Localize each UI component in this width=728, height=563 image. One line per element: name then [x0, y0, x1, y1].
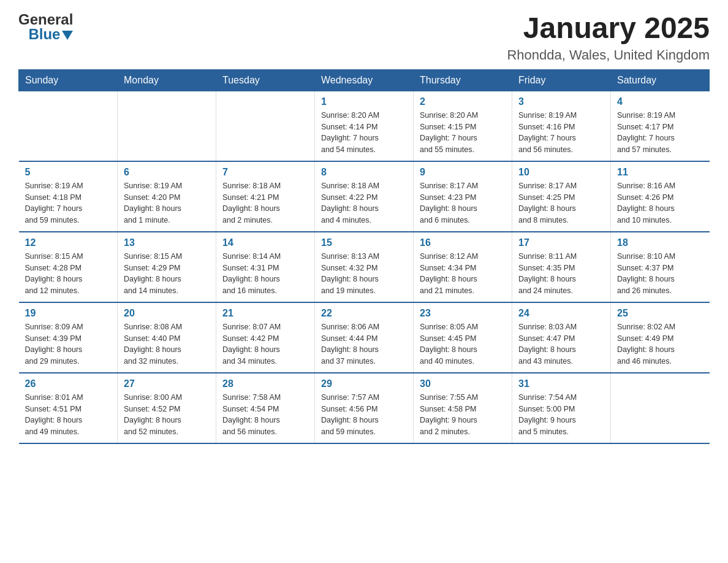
week-row-3: 12Sunrise: 8:15 AM Sunset: 4:28 PM Dayli… — [19, 232, 710, 302]
day-info: Sunrise: 8:18 AM Sunset: 4:22 PM Dayligh… — [321, 180, 407, 226]
day-info: Sunrise: 8:01 AM Sunset: 4:51 PM Dayligh… — [25, 392, 112, 438]
day-info: Sunrise: 8:20 AM Sunset: 4:15 PM Dayligh… — [420, 110, 506, 156]
day-number: 26 — [25, 378, 112, 389]
day-number: 27 — [124, 378, 210, 389]
day-number: 8 — [321, 167, 407, 178]
day-number: 30 — [420, 378, 506, 389]
day-cell: 4Sunrise: 8:19 AM Sunset: 4:17 PM Daylig… — [611, 91, 710, 161]
day-number: 16 — [420, 237, 506, 248]
day-info: Sunrise: 8:09 AM Sunset: 4:39 PM Dayligh… — [25, 321, 112, 367]
day-cell: 28Sunrise: 7:58 AM Sunset: 4:54 PM Dayli… — [216, 373, 315, 443]
day-number: 19 — [25, 308, 112, 319]
day-cell: 15Sunrise: 8:13 AM Sunset: 4:32 PM Dayli… — [315, 232, 414, 302]
day-cell: 7Sunrise: 8:18 AM Sunset: 4:21 PM Daylig… — [216, 161, 315, 232]
day-cell: 21Sunrise: 8:07 AM Sunset: 4:42 PM Dayli… — [216, 302, 315, 373]
day-info: Sunrise: 8:07 AM Sunset: 4:42 PM Dayligh… — [222, 321, 308, 367]
day-number: 23 — [420, 308, 506, 319]
day-cell: 29Sunrise: 7:57 AM Sunset: 4:56 PM Dayli… — [315, 373, 414, 443]
day-cell — [19, 91, 118, 161]
day-number: 4 — [617, 96, 703, 107]
day-info: Sunrise: 8:12 AM Sunset: 4:34 PM Dayligh… — [420, 251, 506, 297]
day-number: 22 — [321, 308, 407, 319]
day-info: Sunrise: 8:11 AM Sunset: 4:35 PM Dayligh… — [518, 251, 604, 297]
day-info: Sunrise: 8:19 AM Sunset: 4:18 PM Dayligh… — [25, 180, 112, 226]
day-number: 31 — [518, 378, 604, 389]
day-cell: 20Sunrise: 8:08 AM Sunset: 4:40 PM Dayli… — [118, 302, 216, 373]
day-cell: 9Sunrise: 8:17 AM Sunset: 4:23 PM Daylig… — [414, 161, 512, 232]
day-info: Sunrise: 8:18 AM Sunset: 4:21 PM Dayligh… — [222, 180, 308, 226]
day-number: 3 — [518, 96, 604, 107]
day-info: Sunrise: 8:15 AM Sunset: 4:28 PM Dayligh… — [25, 251, 112, 297]
day-info: Sunrise: 8:19 AM Sunset: 4:20 PM Dayligh… — [124, 180, 210, 226]
day-number: 28 — [222, 378, 308, 389]
day-info: Sunrise: 7:57 AM Sunset: 4:56 PM Dayligh… — [321, 392, 407, 438]
day-number: 7 — [222, 167, 308, 178]
day-number: 10 — [518, 167, 604, 178]
day-cell: 8Sunrise: 8:18 AM Sunset: 4:22 PM Daylig… — [315, 161, 414, 232]
day-number: 20 — [124, 308, 210, 319]
logo-blue: Blue — [28, 27, 60, 42]
day-number: 1 — [321, 96, 407, 107]
day-cell: 5Sunrise: 8:19 AM Sunset: 4:18 PM Daylig… — [19, 161, 118, 232]
day-number: 18 — [617, 237, 703, 248]
day-info: Sunrise: 8:03 AM Sunset: 4:47 PM Dayligh… — [518, 321, 604, 367]
column-header-friday: Friday — [512, 69, 611, 91]
page-header: General Blue January 2025 Rhondda, Wales… — [18, 12, 710, 63]
calendar-title: January 2025 — [507, 12, 710, 45]
day-number: 29 — [321, 378, 407, 389]
day-number: 13 — [124, 237, 210, 248]
column-header-tuesday: Tuesday — [216, 69, 315, 91]
day-number: 24 — [518, 308, 604, 319]
day-cell: 23Sunrise: 8:05 AM Sunset: 4:45 PM Dayli… — [414, 302, 512, 373]
day-cell — [611, 373, 710, 443]
logo: General Blue — [18, 12, 73, 42]
day-cell: 30Sunrise: 7:55 AM Sunset: 4:58 PM Dayli… — [414, 373, 512, 443]
day-number: 5 — [25, 167, 112, 178]
day-cell: 27Sunrise: 8:00 AM Sunset: 4:52 PM Dayli… — [118, 373, 216, 443]
day-cell: 18Sunrise: 8:10 AM Sunset: 4:37 PM Dayli… — [611, 232, 710, 302]
day-info: Sunrise: 7:55 AM Sunset: 4:58 PM Dayligh… — [420, 392, 506, 438]
day-cell: 16Sunrise: 8:12 AM Sunset: 4:34 PM Dayli… — [414, 232, 512, 302]
day-cell: 25Sunrise: 8:02 AM Sunset: 4:49 PM Dayli… — [611, 302, 710, 373]
day-info: Sunrise: 8:20 AM Sunset: 4:14 PM Dayligh… — [321, 110, 407, 156]
day-number: 12 — [25, 237, 112, 248]
day-number: 11 — [617, 167, 703, 178]
day-cell: 26Sunrise: 8:01 AM Sunset: 4:51 PM Dayli… — [19, 373, 118, 443]
day-cell: 24Sunrise: 8:03 AM Sunset: 4:47 PM Dayli… — [512, 302, 611, 373]
column-header-sunday: Sunday — [19, 69, 118, 91]
header-row: SundayMondayTuesdayWednesdayThursdayFrid… — [19, 69, 710, 91]
day-cell: 1Sunrise: 8:20 AM Sunset: 4:14 PM Daylig… — [315, 91, 414, 161]
day-number: 21 — [222, 308, 308, 319]
day-cell: 19Sunrise: 8:09 AM Sunset: 4:39 PM Dayli… — [19, 302, 118, 373]
day-cell: 31Sunrise: 7:54 AM Sunset: 5:00 PM Dayli… — [512, 373, 611, 443]
day-cell — [216, 91, 315, 161]
day-cell: 12Sunrise: 8:15 AM Sunset: 4:28 PM Dayli… — [19, 232, 118, 302]
day-number: 25 — [617, 308, 703, 319]
calendar-subtitle: Rhondda, Wales, United Kingdom — [507, 47, 710, 63]
day-info: Sunrise: 8:05 AM Sunset: 4:45 PM Dayligh… — [420, 321, 506, 367]
day-info: Sunrise: 8:17 AM Sunset: 4:23 PM Dayligh… — [420, 180, 506, 226]
day-number: 14 — [222, 237, 308, 248]
day-info: Sunrise: 8:14 AM Sunset: 4:31 PM Dayligh… — [222, 251, 308, 297]
week-row-2: 5Sunrise: 8:19 AM Sunset: 4:18 PM Daylig… — [19, 161, 710, 232]
week-row-4: 19Sunrise: 8:09 AM Sunset: 4:39 PM Dayli… — [19, 302, 710, 373]
day-info: Sunrise: 8:10 AM Sunset: 4:37 PM Dayligh… — [617, 251, 703, 297]
day-info: Sunrise: 8:17 AM Sunset: 4:25 PM Dayligh… — [518, 180, 604, 226]
day-info: Sunrise: 8:00 AM Sunset: 4:52 PM Dayligh… — [124, 392, 210, 438]
logo-triangle-icon — [62, 31, 73, 40]
column-header-thursday: Thursday — [414, 69, 512, 91]
logo-general: General — [18, 12, 73, 27]
day-info: Sunrise: 8:15 AM Sunset: 4:29 PM Dayligh… — [124, 251, 210, 297]
day-cell: 3Sunrise: 8:19 AM Sunset: 4:16 PM Daylig… — [512, 91, 611, 161]
day-number: 9 — [420, 167, 506, 178]
calendar-table: SundayMondayTuesdayWednesdayThursdayFrid… — [18, 69, 710, 444]
day-cell: 2Sunrise: 8:20 AM Sunset: 4:15 PM Daylig… — [414, 91, 512, 161]
day-info: Sunrise: 8:13 AM Sunset: 4:32 PM Dayligh… — [321, 251, 407, 297]
column-header-wednesday: Wednesday — [315, 69, 414, 91]
day-cell: 14Sunrise: 8:14 AM Sunset: 4:31 PM Dayli… — [216, 232, 315, 302]
day-info: Sunrise: 8:06 AM Sunset: 4:44 PM Dayligh… — [321, 321, 407, 367]
day-info: Sunrise: 7:54 AM Sunset: 5:00 PM Dayligh… — [518, 392, 604, 438]
day-info: Sunrise: 8:08 AM Sunset: 4:40 PM Dayligh… — [124, 321, 210, 367]
day-info: Sunrise: 8:02 AM Sunset: 4:49 PM Dayligh… — [617, 321, 703, 367]
day-cell: 22Sunrise: 8:06 AM Sunset: 4:44 PM Dayli… — [315, 302, 414, 373]
